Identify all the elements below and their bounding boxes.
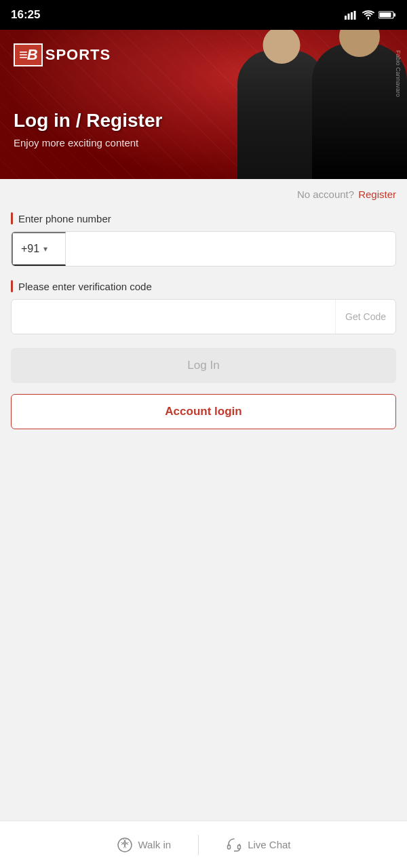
hero-vertical-text: Fabio Cannavaro [395, 50, 402, 97]
get-code-button[interactable]: Get Code [335, 300, 395, 334]
verification-code-input[interactable] [12, 300, 335, 334]
signal-icon [345, 10, 358, 20]
hero-subtitle: Enjoy more exciting content [14, 137, 138, 149]
no-account-text: No account? [297, 189, 354, 200]
svg-line-10 [125, 839, 126, 841]
register-row: No account? Register [11, 179, 396, 212]
live-chat-button[interactable]: Live Chat [199, 837, 317, 853]
walk-in-button[interactable]: Walk in [90, 837, 199, 853]
svg-rect-1 [348, 14, 350, 20]
status-time: 16:25 [11, 8, 40, 22]
bottom-navigation-bar: Walk in Live Chat [0, 821, 407, 868]
bottom-bar-content: Walk in Live Chat [90, 835, 318, 855]
battery-icon [379, 10, 396, 20]
verification-field-label: Please enter verification code [11, 280, 396, 292]
svg-marker-8 [123, 841, 126, 846]
verification-input-wrapper: Get Code [11, 299, 396, 334]
svg-rect-0 [345, 16, 347, 20]
headset-icon [226, 837, 242, 853]
svg-rect-6 [380, 13, 391, 18]
register-link[interactable]: Register [358, 189, 396, 200]
person-right-silhouette [312, 43, 407, 179]
login-button[interactable]: Log In [11, 348, 396, 383]
svg-line-12 [126, 843, 128, 845]
form-area: No account? Register Enter phone number … [0, 179, 407, 429]
phone-field-label: Enter phone number [11, 212, 396, 224]
hero-banner: ≡B SPORTS Log in / Register Enjoy more e… [0, 30, 407, 179]
country-code-button[interactable]: +91 ▾ [12, 232, 66, 266]
account-login-button[interactable]: Account login [11, 394, 396, 429]
svg-line-16 [121, 843, 123, 845]
country-code-text: +91 [21, 243, 39, 255]
phone-input-wrapper: +91 ▾ [11, 231, 396, 267]
svg-point-19 [234, 850, 235, 852]
svg-rect-2 [351, 12, 353, 20]
logo-text: SPORTS [45, 46, 111, 64]
chevron-down-icon: ▾ [43, 244, 47, 254]
hero-logo: ≡B SPORTS [14, 43, 111, 66]
walk-in-label: Walk in [138, 839, 172, 850]
hero-title: Log in / Register [14, 110, 162, 132]
status-bar: 16:25 [0, 0, 407, 30]
live-chat-label: Live Chat [248, 839, 290, 850]
soccer-ball-icon [117, 837, 133, 853]
svg-line-14 [123, 846, 125, 848]
wifi-icon [362, 10, 374, 20]
phone-number-input[interactable] [66, 232, 395, 266]
verification-field-section: Please enter verification code Get Code [11, 280, 396, 334]
phone-field-section: Enter phone number +91 ▾ [11, 212, 396, 267]
status-icons [345, 10, 396, 20]
svg-rect-3 [354, 11, 356, 20]
hero-people [190, 37, 407, 179]
logo-b-icon: ≡B [14, 43, 43, 66]
svg-rect-5 [394, 14, 396, 17]
